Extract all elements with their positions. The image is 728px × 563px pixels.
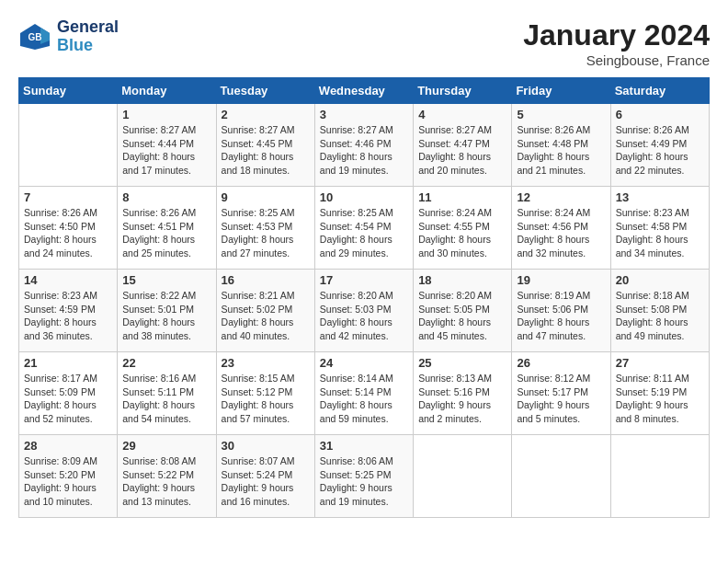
calendar-cell: 9Sunrise: 8:25 AM Sunset: 4:53 PM Daylig… xyxy=(216,187,314,270)
calendar-cell: 13Sunrise: 8:23 AM Sunset: 4:58 PM Dayli… xyxy=(610,187,709,270)
calendar-cell: 28Sunrise: 8:09 AM Sunset: 5:20 PM Dayli… xyxy=(19,435,118,518)
day-number: 23 xyxy=(222,356,310,370)
calendar-cell xyxy=(414,435,512,518)
day-number: 18 xyxy=(418,273,506,287)
day-info: Sunrise: 8:23 AM Sunset: 4:59 PM Dayligh… xyxy=(24,289,112,343)
day-number: 19 xyxy=(517,273,605,287)
calendar-week-5: 28Sunrise: 8:09 AM Sunset: 5:20 PM Dayli… xyxy=(19,435,710,518)
day-info: Sunrise: 8:14 AM Sunset: 5:14 PM Dayligh… xyxy=(320,372,408,426)
day-info: Sunrise: 8:27 AM Sunset: 4:45 PM Dayligh… xyxy=(222,123,310,178)
calendar-cell: 30Sunrise: 8:07 AM Sunset: 5:24 PM Dayli… xyxy=(216,435,314,518)
day-info: Sunrise: 8:08 AM Sunset: 5:22 PM Dayligh… xyxy=(122,454,210,509)
calendar-cell: 31Sunrise: 8:06 AM Sunset: 5:25 PM Dayli… xyxy=(314,435,413,518)
calendar-cell: 22Sunrise: 8:16 AM Sunset: 5:11 PM Dayli… xyxy=(118,352,216,435)
calendar-cell: 17Sunrise: 8:20 AM Sunset: 5:03 PM Dayli… xyxy=(314,270,413,352)
day-info: Sunrise: 8:07 AM Sunset: 5:24 PM Dayligh… xyxy=(222,454,310,509)
day-info: Sunrise: 8:16 AM Sunset: 5:11 PM Dayligh… xyxy=(122,372,210,426)
day-info: Sunrise: 8:19 AM Sunset: 5:06 PM Dayligh… xyxy=(517,289,605,343)
day-number: 5 xyxy=(517,108,605,121)
calendar-cell: 20Sunrise: 8:18 AM Sunset: 5:08 PM Dayli… xyxy=(610,270,709,352)
day-info: Sunrise: 8:18 AM Sunset: 5:08 PM Dayligh… xyxy=(616,289,704,343)
day-number: 17 xyxy=(320,273,408,287)
day-info: Sunrise: 8:20 AM Sunset: 5:03 PM Dayligh… xyxy=(320,289,408,343)
day-info: Sunrise: 8:21 AM Sunset: 5:02 PM Dayligh… xyxy=(222,289,310,343)
day-number: 15 xyxy=(122,273,210,287)
day-info: Sunrise: 8:20 AM Sunset: 5:05 PM Dayligh… xyxy=(418,289,506,343)
day-info: Sunrise: 8:15 AM Sunset: 5:12 PM Dayligh… xyxy=(222,372,310,426)
calendar-cell xyxy=(19,104,118,187)
day-number: 25 xyxy=(418,356,506,370)
page-header: GB General Blue January 2024 Seingbouse,… xyxy=(18,18,710,68)
calendar-week-2: 7Sunrise: 8:26 AM Sunset: 4:50 PM Daylig… xyxy=(19,187,710,270)
calendar-cell: 14Sunrise: 8:23 AM Sunset: 4:59 PM Dayli… xyxy=(19,270,118,352)
day-info: Sunrise: 8:27 AM Sunset: 4:44 PM Dayligh… xyxy=(122,123,210,178)
calendar-cell: 23Sunrise: 8:15 AM Sunset: 5:12 PM Dayli… xyxy=(216,352,314,435)
weekday-header-thursday: Thursday xyxy=(414,78,512,104)
day-number: 20 xyxy=(616,273,704,287)
weekday-header-friday: Friday xyxy=(512,78,610,104)
day-info: Sunrise: 8:11 AM Sunset: 5:19 PM Dayligh… xyxy=(616,372,704,426)
calendar-cell: 25Sunrise: 8:13 AM Sunset: 5:16 PM Dayli… xyxy=(414,352,512,435)
title-block: January 2024 Seingbouse, France xyxy=(523,18,710,68)
weekday-header-sunday: Sunday xyxy=(19,78,118,104)
day-number: 16 xyxy=(222,273,310,287)
logo: GB General Blue xyxy=(18,18,119,55)
calendar-body: 1Sunrise: 8:27 AM Sunset: 4:44 PM Daylig… xyxy=(19,104,710,518)
calendar-cell: 16Sunrise: 8:21 AM Sunset: 5:02 PM Dayli… xyxy=(216,270,314,352)
day-info: Sunrise: 8:26 AM Sunset: 4:51 PM Dayligh… xyxy=(122,206,210,260)
day-number: 2 xyxy=(222,108,310,121)
calendar-cell: 10Sunrise: 8:25 AM Sunset: 4:54 PM Dayli… xyxy=(314,187,413,270)
day-number: 30 xyxy=(222,439,310,453)
day-info: Sunrise: 8:26 AM Sunset: 4:49 PM Dayligh… xyxy=(616,123,704,178)
day-info: Sunrise: 8:06 AM Sunset: 5:25 PM Dayligh… xyxy=(320,454,408,509)
day-number: 28 xyxy=(24,439,112,453)
weekday-header-monday: Monday xyxy=(118,78,216,104)
day-info: Sunrise: 8:22 AM Sunset: 5:01 PM Dayligh… xyxy=(122,289,210,343)
calendar-table: SundayMondayTuesdayWednesdayThursdayFrid… xyxy=(18,77,710,518)
day-number: 3 xyxy=(320,108,408,121)
day-number: 29 xyxy=(122,439,210,453)
day-number: 22 xyxy=(122,356,210,370)
month-title: January 2024 xyxy=(523,18,710,52)
calendar-cell: 21Sunrise: 8:17 AM Sunset: 5:09 PM Dayli… xyxy=(19,352,118,435)
day-info: Sunrise: 8:13 AM Sunset: 5:16 PM Dayligh… xyxy=(418,372,506,426)
day-number: 12 xyxy=(517,190,605,204)
calendar-cell xyxy=(610,435,709,518)
calendar-cell: 5Sunrise: 8:26 AM Sunset: 4:48 PM Daylig… xyxy=(512,104,610,187)
calendar-cell: 6Sunrise: 8:26 AM Sunset: 4:49 PM Daylig… xyxy=(610,104,709,187)
calendar-cell: 15Sunrise: 8:22 AM Sunset: 5:01 PM Dayli… xyxy=(118,270,216,352)
day-info: Sunrise: 8:24 AM Sunset: 4:55 PM Dayligh… xyxy=(418,206,506,260)
day-info: Sunrise: 8:26 AM Sunset: 4:48 PM Dayligh… xyxy=(517,123,605,178)
calendar-cell: 7Sunrise: 8:26 AM Sunset: 4:50 PM Daylig… xyxy=(19,187,118,270)
logo-icon: GB xyxy=(18,20,51,53)
calendar-cell: 19Sunrise: 8:19 AM Sunset: 5:06 PM Dayli… xyxy=(512,270,610,352)
calendar-cell: 8Sunrise: 8:26 AM Sunset: 4:51 PM Daylig… xyxy=(118,187,216,270)
day-info: Sunrise: 8:09 AM Sunset: 5:20 PM Dayligh… xyxy=(24,454,112,509)
logo-blue: Blue xyxy=(57,37,119,55)
calendar-cell: 27Sunrise: 8:11 AM Sunset: 5:19 PM Dayli… xyxy=(610,352,709,435)
day-info: Sunrise: 8:17 AM Sunset: 5:09 PM Dayligh… xyxy=(24,372,112,426)
day-number: 21 xyxy=(24,356,112,370)
day-info: Sunrise: 8:27 AM Sunset: 4:47 PM Dayligh… xyxy=(418,123,506,178)
svg-text:GB: GB xyxy=(28,32,42,42)
calendar-cell: 4Sunrise: 8:27 AM Sunset: 4:47 PM Daylig… xyxy=(414,104,512,187)
calendar-cell: 3Sunrise: 8:27 AM Sunset: 4:46 PM Daylig… xyxy=(314,104,413,187)
day-number: 27 xyxy=(616,356,704,370)
weekday-header-saturday: Saturday xyxy=(610,78,709,104)
day-number: 31 xyxy=(320,439,408,453)
calendar-week-4: 21Sunrise: 8:17 AM Sunset: 5:09 PM Dayli… xyxy=(19,352,710,435)
day-info: Sunrise: 8:26 AM Sunset: 4:50 PM Dayligh… xyxy=(24,206,112,260)
weekday-header-row: SundayMondayTuesdayWednesdayThursdayFrid… xyxy=(19,78,710,104)
calendar-cell: 18Sunrise: 8:20 AM Sunset: 5:05 PM Dayli… xyxy=(414,270,512,352)
logo-text: General Blue xyxy=(57,18,119,55)
day-number: 10 xyxy=(320,190,408,204)
calendar-cell xyxy=(512,435,610,518)
day-info: Sunrise: 8:24 AM Sunset: 4:56 PM Dayligh… xyxy=(517,206,605,260)
calendar-week-3: 14Sunrise: 8:23 AM Sunset: 4:59 PM Dayli… xyxy=(19,270,710,352)
calendar-cell: 24Sunrise: 8:14 AM Sunset: 5:14 PM Dayli… xyxy=(314,352,413,435)
weekday-header-tuesday: Tuesday xyxy=(216,78,314,104)
day-number: 6 xyxy=(616,108,704,121)
day-info: Sunrise: 8:25 AM Sunset: 4:54 PM Dayligh… xyxy=(320,206,408,260)
day-info: Sunrise: 8:23 AM Sunset: 4:58 PM Dayligh… xyxy=(616,206,704,260)
day-number: 13 xyxy=(616,190,704,204)
